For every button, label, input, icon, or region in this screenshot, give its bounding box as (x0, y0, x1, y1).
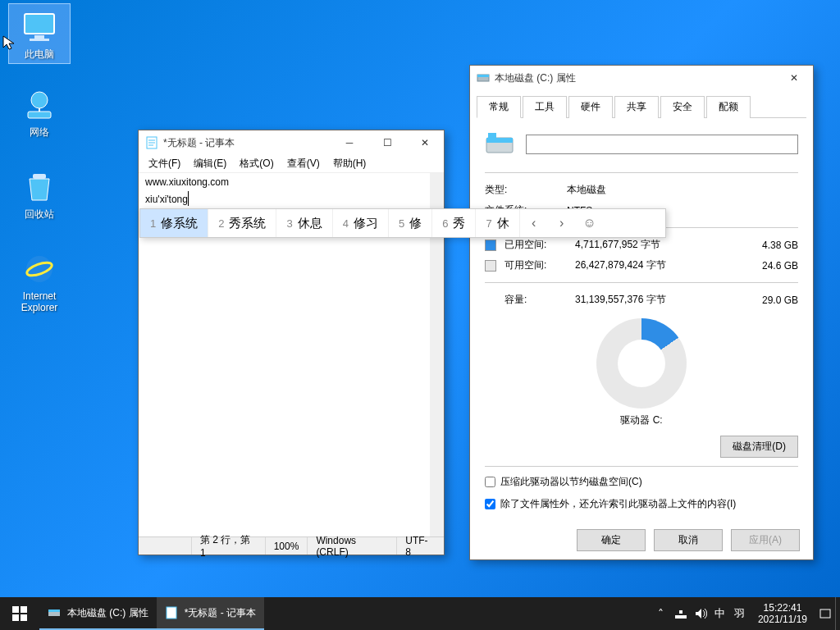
svg-rect-18 (12, 606, 19, 613)
computer-icon (20, 7, 59, 47)
ok-button[interactable]: 确定 (577, 529, 646, 551)
status-eol: Windows (CRLF) (307, 537, 396, 555)
used-bytes: 4,711,677,952 字节 (575, 238, 733, 252)
menu-view[interactable]: 查看(V) (281, 155, 326, 172)
desktop-icon-ie[interactable]: Internet Explorer (8, 246, 71, 317)
ime-candidate-6[interactable]: 6秀 (432, 209, 476, 237)
desktop-icon-recycle-bin[interactable]: 回收站 (8, 164, 71, 223)
cap-label: 容量: (504, 293, 575, 307)
tab-security[interactable]: 安全 (660, 96, 705, 118)
svg-rect-24 (167, 607, 176, 619)
tray-clock[interactable]: 15:22:41 2021/11/19 (750, 602, 815, 625)
status-encoding: UTF-8 (396, 537, 441, 555)
cap-bytes: 31,139,557,376 字节 (575, 293, 733, 307)
show-desktop-button[interactable] (835, 597, 840, 630)
svg-rect-26 (679, 610, 682, 614)
taskbar-item-notepad[interactable]: *无标题 - 记事本 (157, 597, 264, 630)
drive-name-input[interactable] (526, 135, 798, 154)
ime-candidate-3[interactable]: 3休息 (276, 209, 332, 237)
svg-rect-6 (33, 174, 46, 179)
free-swatch (485, 260, 496, 272)
apply-button[interactable]: 应用(A) (731, 529, 800, 551)
compress-checkbox[interactable] (485, 477, 495, 487)
taskbar: 本地磁盘 (C:) 属性 *无标题 - 记事本 ˄ 中 羽 15:22:41 2… (0, 597, 840, 630)
cancel-button[interactable]: 取消 (654, 529, 723, 551)
disk-cleanup-button[interactable]: 磁盘清理(D) (720, 436, 798, 458)
titlebar[interactable]: 本地磁盘 (C:) 属性 ✕ (470, 66, 813, 90)
notepad-icon (165, 606, 178, 619)
tray-ime-lang[interactable]: 中 (710, 597, 730, 630)
menu-help[interactable]: 帮助(H) (326, 155, 373, 172)
mouse-cursor-icon (2, 34, 18, 51)
tab-quota[interactable]: 配额 (706, 96, 751, 118)
maximize-button[interactable]: ☐ (368, 130, 406, 155)
svg-rect-23 (48, 609, 60, 612)
menu-format[interactable]: 格式(O) (233, 155, 280, 172)
start-button[interactable] (0, 597, 39, 630)
close-button[interactable]: ✕ (775, 66, 813, 90)
tab-sharing[interactable]: 共享 (614, 96, 659, 118)
drive-label: 驱动器 C: (485, 413, 798, 427)
index-checkbox[interactable] (485, 499, 495, 509)
ime-next-button[interactable]: › (548, 209, 576, 237)
svg-rect-21 (21, 614, 27, 621)
status-position: 第 2 行，第 1 (191, 537, 265, 555)
svg-rect-4 (28, 112, 51, 118)
menu-edit[interactable]: 编辑(E) (187, 155, 233, 172)
drive-icon (48, 606, 61, 619)
minimize-button[interactable]: ─ (331, 130, 368, 155)
drive-icon (477, 71, 490, 84)
desktop-icon-network[interactable]: 网络 (8, 82, 71, 141)
svg-rect-13 (488, 133, 496, 138)
desktop-icon-label: Internet Explorer (21, 290, 58, 313)
type-value: 本地磁盘 (567, 183, 798, 197)
ime-emoji-button[interactable]: ☺ (576, 209, 604, 237)
tab-general[interactable]: 常规 (477, 96, 521, 118)
tray-volume-icon[interactable] (691, 597, 710, 630)
tabstrip: 常规 工具 硬件 共享 安全 配额 (470, 90, 813, 117)
svg-rect-1 (34, 35, 44, 39)
svg-rect-10 (477, 75, 489, 77)
used-label: 已用空间: (504, 238, 575, 252)
notepad-window: *无标题 - 记事本 ─ ☐ ✕ 文件(F) 编辑(E) 格式(O) 查看(V)… (138, 130, 445, 555)
ime-candidate-5[interactable]: 5修 (389, 209, 432, 237)
desktop-icon-this-pc[interactable]: 此电脑 (8, 3, 71, 64)
ime-candidate-4[interactable]: 4修习 (333, 209, 389, 237)
tray-network-icon[interactable] (671, 597, 691, 630)
tray-chevron-up-icon[interactable]: ˄ (651, 597, 671, 630)
tab-tools[interactable]: 工具 (523, 96, 567, 118)
tab-hardware[interactable]: 硬件 (568, 96, 613, 118)
svg-rect-25 (675, 615, 687, 619)
tray-ime-mode[interactable]: 羽 (730, 597, 750, 630)
svg-rect-0 (25, 14, 54, 34)
tray-notifications-icon[interactable] (815, 597, 835, 630)
compress-checkbox-row[interactable]: 压缩此驱动器以节约磁盘空间(C) (485, 475, 798, 489)
menu-file[interactable]: 文件(F) (142, 155, 187, 172)
svg-rect-20 (12, 614, 19, 621)
system-tray: ˄ 中 羽 15:22:41 2021/11/19 (651, 597, 840, 630)
ime-candidate-7[interactable]: 7休 (476, 209, 519, 237)
taskbar-item-properties[interactable]: 本地磁盘 (C:) 属性 (39, 597, 157, 630)
titlebar[interactable]: *无标题 - 记事本 ─ ☐ ✕ (139, 130, 444, 155)
type-label: 类型: (485, 183, 567, 197)
free-size: 24.6 GB (733, 260, 798, 272)
window-title: 本地磁盘 (C:) 属性 (495, 71, 775, 85)
free-bytes: 26,427,879,424 字节 (575, 258, 733, 272)
window-title: *无标题 - 记事本 (163, 136, 331, 150)
ime-candidate-2[interactable]: 2秀系统 (208, 209, 276, 237)
ie-icon (20, 249, 59, 289)
ime-prev-button[interactable]: ‹ (520, 209, 548, 237)
free-label: 可用空间: (504, 258, 575, 272)
usage-pie-chart (596, 318, 687, 409)
statusbar: 第 2 行，第 1 100% Windows (CRLF) UTF-8 (139, 536, 444, 555)
index-checkbox-row[interactable]: 除了文件属性外，还允许索引此驱动器上文件的内容(I) (485, 497, 798, 511)
svg-point-3 (31, 92, 48, 108)
ime-candidate-bar: 1修系统 2秀系统 3休息 4修习 5修 6秀 7休 ‹ › ☺ (139, 208, 666, 238)
svg-rect-27 (820, 609, 830, 618)
ime-candidate-1[interactable]: 1修系统 (140, 209, 208, 237)
cap-size: 29.0 GB (733, 294, 798, 306)
used-swatch (485, 240, 496, 251)
close-button[interactable]: ✕ (406, 130, 444, 155)
windows-icon (12, 606, 27, 621)
properties-window: 本地磁盘 (C:) 属性 ✕ 常规 工具 硬件 共享 安全 配额 类型:本地磁盘… (469, 65, 814, 560)
